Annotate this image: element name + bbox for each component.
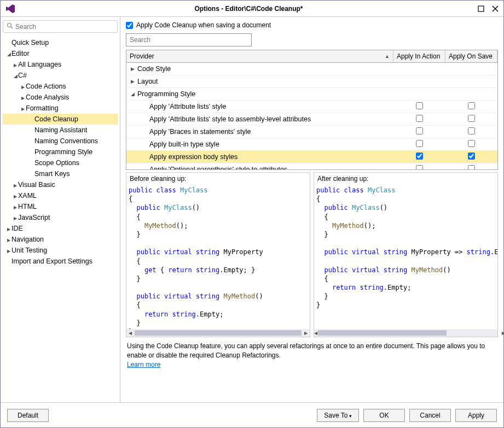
tree-item[interactable]: Quick Setup	[3, 37, 118, 48]
footer: Default Save To OK Cancel Apply	[1, 402, 503, 427]
maximize-icon[interactable]	[477, 5, 485, 13]
grid-row[interactable]: Apply 'Optional parenthesis' style to at…	[126, 163, 497, 169]
titlebar: Options - Editor\C#\Code Cleanup*	[1, 1, 503, 17]
apply-in-action-checkbox[interactable]	[416, 165, 423, 169]
chevron-right-icon	[13, 182, 18, 188]
tree-item-label: IDE	[11, 225, 23, 232]
apply-on-save-checkbox[interactable]: Apply Code Cleanup when saving a documen…	[126, 21, 498, 29]
description: Using the Code Cleanup feature, you can …	[126, 337, 498, 373]
tree-item-label: HTML	[18, 203, 37, 210]
tree-item-label: Visual Basic	[18, 181, 55, 189]
apply-on-save-checkbox[interactable]	[468, 102, 475, 109]
vs-logo-icon	[5, 3, 16, 14]
chevron-down-icon	[6, 51, 11, 57]
tree-item[interactable]: Visual Basic	[3, 179, 118, 190]
after-preview: After cleaning up: public class MyClass …	[314, 172, 498, 337]
tree-item[interactable]: Code Actions	[3, 81, 118, 92]
chevron-right-icon	[13, 193, 18, 199]
grid-row[interactable]: Apply 'Attribute lists' style to assembl…	[126, 113, 497, 126]
hscrollbar[interactable]: ◀▶	[126, 329, 310, 337]
tree-item[interactable]: Naming Assistant	[3, 125, 118, 136]
apply-on-save-input[interactable]	[126, 22, 133, 29]
tree-item[interactable]: Code Cleanup	[3, 114, 118, 125]
tree-item-label: Scope Options	[34, 159, 79, 167]
tree-item-label: All Languages	[18, 61, 61, 68]
tree-item[interactable]: Formatting	[3, 103, 118, 114]
apply-in-action-checkbox[interactable]	[416, 127, 423, 134]
ok-button[interactable]: OK	[363, 409, 405, 422]
column-provider[interactable]: Provider▲	[126, 50, 393, 62]
tree-item-label: Naming Conventions	[34, 137, 98, 145]
tree-item[interactable]: HTML	[3, 201, 118, 212]
hscrollbar[interactable]: ◀▶	[314, 329, 497, 337]
apply-on-save-checkbox[interactable]	[468, 165, 475, 169]
tree-item[interactable]: Naming Conventions	[3, 136, 118, 146]
chevron-right-icon	[20, 105, 26, 112]
tree-item[interactable]: Code Analysis	[3, 92, 118, 103]
provider-label: Layout	[137, 78, 158, 85]
chevron-right-icon: ▶	[131, 66, 137, 72]
grid-group-row[interactable]: ▶Layout	[126, 75, 497, 88]
providers-grid: Provider▲ Apply In Action Apply On Save …	[126, 50, 498, 170]
tree-item[interactable]: JavaScript	[3, 212, 118, 223]
grid-row[interactable]: Apply 'Braces in statements' style	[126, 126, 497, 138]
apply-on-save-checkbox[interactable]	[468, 127, 475, 134]
apply-in-action-checkbox[interactable]	[416, 153, 423, 160]
apply-on-save-label: Apply Code Cleanup when saving a documen…	[136, 21, 271, 29]
tree-item[interactable]: Navigation	[3, 234, 118, 245]
apply-on-save-checkbox[interactable]	[468, 115, 475, 122]
tree-item-label: JavaScript	[18, 214, 50, 221]
sidebar-search[interactable]	[3, 20, 118, 33]
tree-item-label: Import and Export Settings	[11, 257, 92, 265]
after-label: After cleaning up:	[314, 173, 497, 185]
apply-button[interactable]: Apply	[455, 409, 497, 422]
chevron-down-icon	[13, 73, 18, 79]
provider-label: Apply 'Attribute lists' style	[149, 103, 226, 110]
options-dialog: Options - Editor\C#\Code Cleanup* Quick …	[0, 0, 504, 428]
column-apply-in-action[interactable]: Apply In Action	[393, 50, 445, 62]
cancel-button[interactable]: Cancel	[409, 409, 451, 422]
chevron-right-icon: ▶	[131, 79, 137, 84]
grid-body[interactable]: ▶Code Style▶Layout◢Programming StyleAppl…	[126, 63, 497, 169]
default-button[interactable]: Default	[7, 409, 49, 422]
grid-row[interactable]: Apply expression body styles	[126, 151, 497, 163]
search-icon	[7, 22, 13, 31]
grid-group-row[interactable]: ▶Code Style	[126, 63, 497, 75]
apply-on-save-checkbox[interactable]	[468, 140, 475, 147]
column-apply-on-save[interactable]: Apply On Save	[445, 50, 497, 62]
tree-item[interactable]: All Languages	[3, 59, 118, 70]
options-tree[interactable]: Quick SetupEditorAll LanguagesC#Code Act…	[3, 36, 118, 399]
tree-item[interactable]: Scope Options	[3, 157, 118, 168]
before-preview: Before cleaning up: public class MyClass…	[126, 172, 310, 337]
tree-item[interactable]: IDE	[3, 223, 118, 234]
apply-in-action-checkbox[interactable]	[416, 140, 423, 147]
chevron-right-icon	[6, 226, 11, 232]
tree-item[interactable]: Unit Testing	[3, 245, 118, 256]
apply-in-action-checkbox[interactable]	[416, 102, 423, 109]
save-to-button[interactable]: Save To	[317, 409, 359, 422]
tree-item[interactable]: XAML	[3, 190, 118, 201]
tree-item-label: Formatting	[26, 104, 59, 112]
window-title: Options - Editor\C#\Code Cleanup*	[20, 5, 477, 13]
tree-item[interactable]: Editor	[3, 48, 118, 59]
tree-item-label: Code Actions	[26, 83, 66, 90]
learn-more-link[interactable]: Learn more	[127, 361, 160, 368]
chevron-right-icon	[13, 62, 18, 68]
tree-item-label: C#	[18, 72, 27, 79]
tree-item-label: Code Analysis	[26, 93, 69, 101]
grid-row[interactable]: Apply 'Attribute lists' style	[126, 101, 497, 113]
grid-group-row[interactable]: ◢Programming Style	[126, 88, 497, 101]
tree-item[interactable]: Smart Keys	[3, 168, 118, 179]
close-icon[interactable]	[491, 5, 499, 13]
provider-search-input[interactable]	[126, 33, 252, 46]
apply-in-action-checkbox[interactable]	[416, 115, 423, 122]
tree-item[interactable]: Import and Export Settings	[3, 256, 118, 267]
tree-item[interactable]: Programming Style	[3, 146, 118, 157]
grid-row[interactable]: Apply built-in type style	[126, 138, 497, 151]
main-panel: Apply Code Cleanup when saving a documen…	[120, 17, 503, 402]
tree-item-label: Code Cleanup	[34, 115, 78, 123]
chevron-right-icon	[20, 95, 26, 101]
tree-item[interactable]: C#	[3, 70, 118, 81]
apply-on-save-checkbox[interactable]	[468, 153, 475, 160]
sidebar-search-input[interactable]	[15, 23, 114, 31]
